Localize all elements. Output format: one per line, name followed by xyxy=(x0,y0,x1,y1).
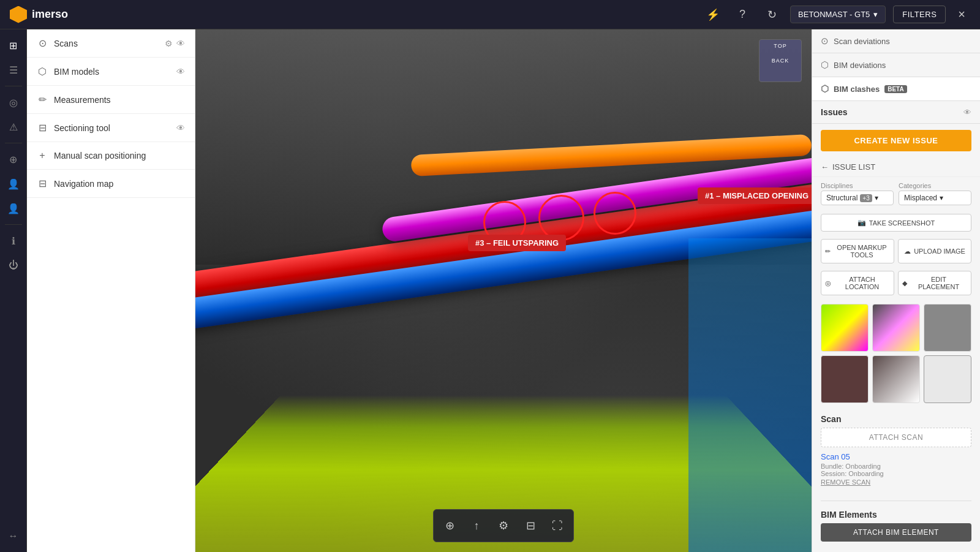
sidebar-power-btn[interactable]: ⏻ xyxy=(2,254,24,276)
category-select[interactable]: Misplaced ▾ xyxy=(899,191,971,205)
thumbnail-4[interactable] xyxy=(821,355,869,403)
bim-eye-icon[interactable]: 👁 xyxy=(176,67,185,77)
issues-header: Issues 👁 xyxy=(812,101,980,124)
panel-item-manual-scan[interactable]: + Manual scan positioning xyxy=(27,142,195,170)
activity-icon-btn[interactable]: ⚡ xyxy=(702,4,724,26)
bim-deviations-label: BIM deviations xyxy=(834,61,886,70)
sectioning-icon: ⊟ xyxy=(37,122,48,134)
create-issue-btn[interactable]: CREATE NEW ISSUE xyxy=(821,130,971,151)
sidebar-person-btn[interactable]: 👤 xyxy=(2,173,24,195)
sidebar-location-btn[interactable]: ◎ xyxy=(2,91,24,113)
scan-session: Session: Onboarding xyxy=(821,470,971,477)
sidebar-expand-btn[interactable]: ↔ xyxy=(2,525,24,547)
issue-3-label[interactable]: #3 – FEIL UTSPARING xyxy=(468,235,566,251)
bim-models-icon: ⬡ xyxy=(37,66,48,77)
scan-deviations-section[interactable]: ⊙ Scan deviations xyxy=(812,29,980,53)
bim-deviations-icon: ⬡ xyxy=(821,59,829,70)
sidebar-info-btn[interactable]: ℹ xyxy=(2,230,24,252)
back-arrow-icon: ← xyxy=(821,162,829,172)
bim-deviations-section[interactable]: ⬡ BIM deviations xyxy=(812,53,980,77)
project-selector-btn[interactable]: BETONMAST - GT5 ▾ xyxy=(790,6,886,23)
nav-map-icon: ⊟ xyxy=(37,178,48,189)
panel-item-scans[interactable]: ⊙ Scans ⚙ 👁 xyxy=(27,29,195,58)
discipline-select[interactable]: Structural +3 ▾ xyxy=(821,191,894,205)
sync-icon-btn[interactable]: ↻ xyxy=(761,4,783,26)
left-panel: ⊙ Scans ⚙ 👁 ⬡ BIM models 👁 ✏ Measurement… xyxy=(27,29,195,552)
floor-right xyxy=(688,238,812,552)
toolbar-fullscreen-btn[interactable]: ⛶ xyxy=(545,513,570,538)
sidebar-layers-btn[interactable]: ☰ xyxy=(2,59,24,81)
category-value: Misplaced xyxy=(904,194,937,202)
panel-item-nav-map[interactable]: ⊟ Navigation map xyxy=(27,170,195,198)
upload-image-btn[interactable]: ☁ UPLOAD IMAGE xyxy=(898,239,971,263)
clash-circle-3 xyxy=(594,192,636,235)
disciplines-row: Disciplines Structural +3 ▾ Categories M… xyxy=(812,177,980,210)
help-icon-btn[interactable]: ? xyxy=(731,4,753,26)
attach-location-label: ATTACH LOCATION xyxy=(834,276,890,290)
toolbar-layout-btn[interactable]: ⊟ xyxy=(518,513,543,538)
bim-clashes-section[interactable]: ⬡ BIM clashes BETA xyxy=(812,77,980,101)
bim-section: BIM Elements ATTACH BIM ELEMENT xyxy=(812,504,980,548)
thumbnail-2[interactable] xyxy=(872,304,920,352)
panel-item-sectioning[interactable]: ⊟ Sectioning tool 👁 xyxy=(27,114,195,142)
scans-eye-icon[interactable]: 👁 xyxy=(176,39,185,48)
bim-models-actions: 👁 xyxy=(176,67,185,77)
sectioning-eye-icon[interactable]: 👁 xyxy=(176,123,185,133)
toolbar-settings-btn[interactable]: ⚙ xyxy=(491,513,516,538)
sidebar-group-btn[interactable]: ⊕ xyxy=(2,148,24,170)
filters-btn[interactable]: FILTERS xyxy=(893,6,946,23)
cube-navigator[interactable]: TOP BACK xyxy=(759,39,802,82)
main-area: ⊞ ☰ ◎ ⚠ ⊕ 👤 👤 ℹ ⏻ ↔ ⊙ Scans ⚙ 👁 ⬡ BIM mo… xyxy=(0,29,980,552)
categories-col: Categories Misplaced ▾ xyxy=(899,182,971,205)
discipline-extra: +3 xyxy=(860,194,872,202)
panel-item-measurements[interactable]: ✏ Measurements xyxy=(27,86,195,114)
upload-icon: ☁ xyxy=(904,248,911,255)
topnav: imerso ⚡ ? ↻ BETONMAST - GT5 ▾ FILTERS × xyxy=(0,0,980,29)
scans-icon: ⊙ xyxy=(37,37,48,49)
action-row-2: ✏ OPEN MARKUP TOOLS ☁ UPLOAD IMAGE xyxy=(812,235,980,267)
issue-1-label[interactable]: #1 – MISPLACED OPENING xyxy=(698,187,812,204)
project-name: BETONMAST - GT5 xyxy=(798,10,870,19)
take-screenshot-btn[interactable]: 📷 TAKE SCREENSHOT xyxy=(821,214,971,232)
logo-icon xyxy=(10,6,27,23)
issue-list-btn[interactable]: ← ISSUE LIST xyxy=(812,157,980,177)
issues-title: Issues xyxy=(821,107,848,117)
attach-bim-btn[interactable]: ATTACH BIM ELEMENT xyxy=(821,523,971,542)
close-topnav-btn[interactable]: × xyxy=(953,5,970,24)
sidebar-person2-btn[interactable]: 👤 xyxy=(2,197,24,219)
scans-actions: ⚙ 👁 xyxy=(165,39,185,48)
discipline-value: Structural xyxy=(826,194,858,202)
thumbnail-5[interactable] xyxy=(872,355,920,403)
open-markup-btn[interactable]: ✏ OPEN MARKUP TOOLS xyxy=(821,239,894,263)
cube-back-label: BACK xyxy=(772,58,790,64)
panel-item-bim-models[interactable]: ⬡ BIM models 👁 xyxy=(27,58,195,86)
viewport-canvas: #1 – MISPLACED OPENING #3 – FEIL UTSPARI… xyxy=(195,29,812,552)
discipline-chevron: ▾ xyxy=(875,194,878,202)
scan-item-title[interactable]: Scan 05 xyxy=(821,452,971,461)
chevron-down-icon: ▾ xyxy=(873,10,878,19)
viewport[interactable]: #1 – MISPLACED OPENING #3 – FEIL UTSPARI… xyxy=(195,29,812,552)
thumbnails-grid xyxy=(812,299,980,408)
thumbnail-3[interactable] xyxy=(924,304,971,352)
attach-location-btn[interactable]: ◎ ATTACH LOCATION xyxy=(821,271,894,295)
attach-scan-btn[interactable]: ATTACH SCAN xyxy=(821,428,971,447)
issues-eye-icon[interactable]: 👁 xyxy=(963,108,971,117)
sidebar-home-btn[interactable]: ⊞ xyxy=(2,34,24,56)
scan-deviations-icon: ⊙ xyxy=(821,36,829,47)
disciplines-label: Disciplines xyxy=(821,182,894,189)
open-markup-label: OPEN MARKUP TOOLS xyxy=(834,244,890,259)
scans-settings-icon[interactable]: ⚙ xyxy=(165,39,173,48)
thumbnail-6[interactable] xyxy=(924,355,971,403)
sidebar-divider-3 xyxy=(5,224,22,225)
take-screenshot-label: TAKE SCREENSHOT xyxy=(869,219,935,227)
bim-models-label: BIM models xyxy=(54,67,170,77)
issue-list-label: ISSUE LIST xyxy=(832,162,875,172)
thumbnail-1[interactable] xyxy=(821,304,869,352)
remove-scan-btn[interactable]: REMOVE SCAN xyxy=(821,477,870,487)
edit-placement-btn[interactable]: ◆ EDIT PLACEMENT xyxy=(898,271,971,295)
sidebar-alert-btn[interactable]: ⚠ xyxy=(2,116,24,138)
toolbar-up-btn[interactable]: ↑ xyxy=(464,513,489,538)
manual-scan-label: Manual scan positioning xyxy=(54,151,185,161)
placement-icon: ◆ xyxy=(902,279,907,287)
toolbar-compass-btn[interactable]: ⊕ xyxy=(437,513,462,538)
